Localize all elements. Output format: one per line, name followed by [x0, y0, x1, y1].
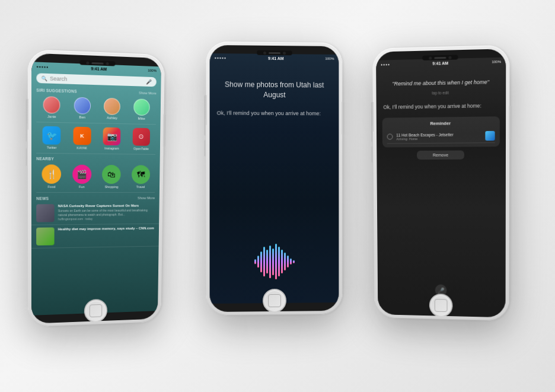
home-button-2[interactable]: [263, 288, 286, 311]
home-button-1[interactable]: [84, 298, 107, 322]
siri-ok-text: Ok, I'll remind you when you arrive at h…: [377, 98, 506, 116]
reminder-checkbox[interactable]: [387, 133, 393, 139]
wave-bar-1: [254, 259, 256, 264]
reminder-text-block: 11 Hot Beach Escapes - Jetsetter Arrivin…: [396, 132, 481, 141]
camera-notch-2: [257, 50, 292, 55]
nearby-travel[interactable]: 🗺 Travel: [132, 165, 150, 189]
speaker-3: [434, 56, 446, 59]
news-thumb-2: [36, 227, 55, 245]
battery-2: 100%: [325, 56, 334, 60]
signal-indicator: ●●●●●: [36, 64, 49, 68]
news-item-1[interactable]: NASA Curiosity Rover Captures Sunset On …: [31, 201, 160, 225]
search-placeholder: Search: [50, 75, 143, 84]
time-display: 9:41 AM: [91, 66, 107, 71]
news-source-1: huffingtonpost.com · today: [58, 216, 155, 221]
contact-ashley[interactable]: Ashley: [104, 97, 120, 119]
camera-dot-5: [429, 56, 432, 59]
contact-ben[interactable]: Ben: [74, 97, 90, 119]
divider-2: [36, 152, 155, 154]
news-title-1: NASA Curiosity Rover Captures Sunset On …: [58, 203, 155, 208]
reminder-card: Reminder 11 Hot Beach Escapes - Jetsette…: [382, 116, 500, 147]
shopping-icon: 🛍: [102, 165, 121, 184]
suggested-apps: 🐦 Twitter K KAYAK 📷 Instagram ⊙ OpenTabl…: [31, 123, 160, 152]
search-icon: 🔍: [42, 75, 47, 81]
app-name-kayak: KAYAK: [76, 145, 87, 149]
vol-down-button: [26, 148, 28, 166]
reminder-item-row: 11 Hot Beach Escapes - Jetsetter Arrivin…: [387, 129, 495, 144]
app-kayak[interactable]: K KAYAK: [73, 126, 91, 149]
divider-3: [36, 192, 155, 192]
nearby-fun-label: Fun: [79, 184, 85, 188]
app-instagram[interactable]: 📷 Instagram: [103, 127, 121, 150]
siri-response-text: Ok, I'll remind you when you arrive at h…: [210, 106, 339, 121]
iphone-border-2: ●●●●● 9:41 AM 100% Show me photos from U…: [210, 44, 339, 311]
kayak-icon: K: [73, 126, 91, 145]
wave-bars: [254, 243, 295, 279]
vol-up-button: [26, 123, 28, 142]
camera-dot-3: [263, 51, 266, 54]
wave-bar-5: [266, 250, 268, 273]
wave-bar-6: [269, 245, 271, 278]
nearby-food[interactable]: 🍴 Food: [42, 164, 62, 189]
vol-up-button-3: [371, 125, 373, 142]
app-opentable[interactable]: ⊙ OpenTable: [132, 128, 150, 150]
wave-bar-7: [272, 248, 274, 275]
home-button-3[interactable]: [429, 293, 453, 317]
wave-bar-8: [275, 243, 277, 279]
nearby-label: NEARBY: [36, 156, 54, 160]
remove-button[interactable]: Remove: [417, 151, 464, 160]
news-content-2: Healthy diet may improve memory, says st…: [58, 226, 155, 245]
wave-bar-12: [287, 255, 289, 267]
wave-bar-14: [293, 260, 295, 263]
app-name-twitter: Twitter: [47, 145, 57, 149]
contact-name-ashley: Ashley: [107, 116, 117, 119]
news-item-2[interactable]: Healthy diet may improve memory, says st…: [31, 224, 159, 248]
siri-query-text: Show me photos from Utah last August: [210, 62, 339, 106]
contact-avatars: Janie Ben Ashley Mike: [31, 93, 161, 123]
nearby-travel-label: Travel: [136, 185, 145, 189]
reminder-card-title: Reminder: [387, 120, 495, 126]
siri-reminder-quote: "Remind me about this when I get home": [376, 66, 506, 91]
news-label: NEWS: [36, 196, 49, 200]
camera-dot-6: [448, 56, 451, 59]
contact-janie[interactable]: Janie: [43, 96, 60, 119]
speaker: [91, 62, 103, 64]
camera-dot-2: [106, 62, 109, 65]
iphone-border: ●●●●● 9:41 AM 100% 🔍 Search 🎤 SIRI SUGGE…: [31, 53, 161, 323]
search-bar[interactable]: 🔍 Search 🎤: [36, 73, 157, 87]
iphone-siri-query: ●●●●● 9:41 AM 100% Show me photos from U…: [206, 41, 342, 315]
app-name-instagram: Instagram: [104, 146, 119, 149]
app-name-opentable: OpenTable: [133, 146, 149, 150]
mic-icon: 🎤: [146, 79, 152, 84]
news-header: NEWS Show More: [31, 193, 160, 201]
battery-indicator: 100%: [148, 68, 157, 72]
wave-bar-10: [281, 249, 283, 273]
nearby-shopping-label: Shopping: [104, 185, 118, 189]
nearby-fun[interactable]: 🎬 Fun: [72, 164, 91, 188]
side-button: [163, 114, 166, 146]
phones-container: ●●●●● 9:41 AM 100% 🔍 Search 🎤 SIRI SUGGE…: [11, 7, 544, 386]
side-button-3: [509, 106, 511, 139]
nearby-shopping[interactable]: 🛍 Shopping: [102, 165, 121, 189]
vol-down-button-3: [371, 146, 373, 162]
nearby-header: NEARBY: [31, 154, 160, 162]
show-more-news[interactable]: Show More: [138, 196, 155, 200]
signal-3: ●●●●: [381, 62, 390, 66]
signal-2: ●●●●●: [215, 56, 227, 59]
app-twitter[interactable]: 🐦 Twitter: [43, 126, 61, 149]
battery-3: 100%: [492, 59, 501, 63]
side-button-2: [342, 101, 344, 134]
contact-mike[interactable]: Mike: [133, 98, 150, 120]
fun-icon: 🎬: [72, 164, 91, 183]
iphone-border-3: ●●●● 9:41 AM 100% "Remind me about this …: [376, 49, 506, 317]
iphone-siri-reminder: ●●●● 9:41 AM 100% "Remind me about this …: [372, 44, 509, 321]
show-more-suggestions[interactable]: Show More: [139, 91, 157, 95]
siri-query-screen: ●●●●● 9:41 AM 100% Show me photos from U…: [210, 53, 339, 303]
wave-bar-3: [260, 251, 262, 272]
news-desc-1: Sunsets on Earth can be some of the most…: [58, 208, 155, 216]
time-3: 9:41 AM: [432, 60, 448, 65]
avatar-ashley: [104, 97, 120, 114]
nearby-items: 🍴 Food 🎬 Fun 🛍 Shopping 🗺 Travel: [31, 162, 160, 191]
wave-bar-2: [257, 256, 259, 267]
time-2: 9:41 AM: [268, 56, 284, 60]
